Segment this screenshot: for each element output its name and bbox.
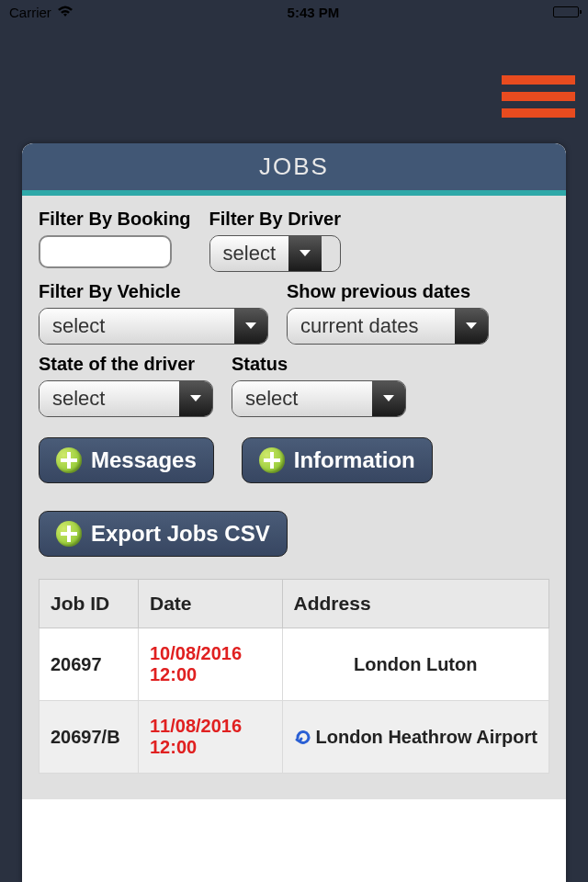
carrier-label: Carrier xyxy=(9,5,51,20)
cell-jobid: 20697 xyxy=(40,628,139,701)
information-button[interactable]: Information xyxy=(242,437,433,483)
filter-vehicle-label: Filter By Vehicle xyxy=(39,281,268,302)
filter-driver-label: Filter By Driver xyxy=(209,209,341,230)
jobs-table: Job ID Date Address 20697 10/08/2016 12:… xyxy=(39,579,549,774)
cell-address: London Luton xyxy=(282,628,548,701)
table-row[interactable]: 20697/B 11/08/2016 12:00 London Heathrow… xyxy=(40,701,549,774)
table-row[interactable]: 20697 10/08/2016 12:00 London Luton xyxy=(40,628,549,701)
filter-booking-label: Filter By Booking xyxy=(39,209,191,230)
menu-button[interactable] xyxy=(502,75,575,125)
jobs-panel: JOBS Filter By Booking Filter By Driver … xyxy=(22,143,566,882)
cell-jobid: 20697/B xyxy=(40,701,139,774)
chevron-down-icon xyxy=(234,309,267,344)
app-header xyxy=(0,24,588,143)
cell-date: 10/08/2016 12:00 xyxy=(139,628,283,701)
filters-section: Filter By Booking Filter By Driver selec… xyxy=(22,196,566,799)
select-value: select xyxy=(232,381,372,416)
messages-button[interactable]: Messages xyxy=(39,437,214,483)
cell-address: London Heathrow Airport xyxy=(282,701,548,774)
select-value: select xyxy=(40,309,234,344)
return-icon xyxy=(294,729,312,747)
select-value: current dates xyxy=(288,309,455,344)
select-value: select xyxy=(40,381,179,416)
plus-icon xyxy=(56,447,82,473)
cell-date: 11/08/2016 12:00 xyxy=(139,701,283,774)
panel-title: JOBS xyxy=(22,143,566,190)
filter-driverstate-select[interactable]: select xyxy=(39,380,213,417)
filter-prevdates-label: Show previous dates xyxy=(287,281,489,302)
filter-prevdates-select[interactable]: current dates xyxy=(287,308,489,345)
filter-booking-input[interactable] xyxy=(39,235,172,268)
filter-vehicle-select[interactable]: select xyxy=(39,308,268,345)
filter-status-label: Status xyxy=(232,354,406,375)
plus-icon xyxy=(259,447,285,473)
select-value: select xyxy=(210,236,288,271)
filter-driverstate-label: State of the driver xyxy=(39,354,213,375)
button-label: Messages xyxy=(91,447,197,473)
export-csv-button[interactable]: Export Jobs CSV xyxy=(39,511,288,557)
button-label: Information xyxy=(294,447,415,473)
status-bar: Carrier 5:43 PM xyxy=(0,0,588,24)
chevron-down-icon xyxy=(179,381,212,416)
table-header-row: Job ID Date Address xyxy=(40,580,549,628)
battery-icon xyxy=(553,6,579,17)
filter-driver-select[interactable]: select xyxy=(209,235,341,272)
col-jobid: Job ID xyxy=(40,580,139,628)
status-time: 5:43 PM xyxy=(288,5,340,20)
filter-status-select[interactable]: select xyxy=(232,380,406,417)
col-address: Address xyxy=(282,580,548,628)
chevron-down-icon xyxy=(372,381,405,416)
button-label: Export Jobs CSV xyxy=(91,521,270,547)
chevron-down-icon xyxy=(288,236,322,271)
hamburger-icon xyxy=(502,75,575,85)
wifi-icon xyxy=(57,5,74,20)
plus-icon xyxy=(56,521,82,547)
col-date: Date xyxy=(139,580,283,628)
chevron-down-icon xyxy=(455,309,488,344)
